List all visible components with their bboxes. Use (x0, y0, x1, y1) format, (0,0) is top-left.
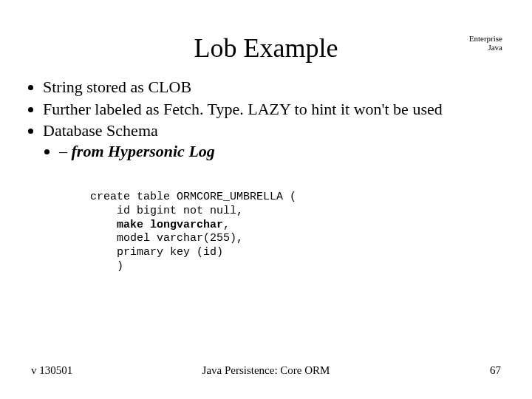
bullet-list: String stored as CLOB Further labeled as… (27, 77, 505, 161)
content-area: String stored as CLOB Further labeled as… (27, 77, 505, 163)
bullet-item: Database Schema from Hypersonic Log (43, 120, 505, 161)
sub-bullet-list: from Hypersonic Log (43, 141, 505, 162)
bullet-item: String stored as CLOB (43, 77, 505, 98)
bullet-text: Database Schema (43, 121, 158, 140)
code-line-bold: make longvarchar (117, 219, 223, 231)
code-line-prefix (90, 219, 117, 231)
code-line: id bigint not null, (90, 205, 243, 217)
code-line: primary key (id) (90, 246, 223, 259)
code-line: model varchar(255), (90, 232, 243, 245)
footer-title: Java Persistence: Core ORM (0, 364, 532, 377)
code-line: create table ORMCORE_UMBRELLA ( (90, 191, 296, 203)
page-number: 67 (490, 364, 501, 377)
code-line: ) (90, 260, 123, 273)
slide-title: Lob Example (0, 33, 532, 64)
code-line-suffix: , (223, 219, 230, 231)
bullet-item: Further labeled as Fetch. Type. LAZY to … (43, 99, 505, 120)
sub-bullet-item: from Hypersonic Log (59, 141, 505, 162)
slide: Lob Example Enterprise Java String store… (0, 0, 532, 399)
course-tag: Enterprise Java (469, 34, 502, 52)
code-block: create table ORMCORE_UMBRELLA ( id bigin… (90, 191, 296, 274)
sub-bullet-text: from Hypersonic Log (72, 142, 215, 160)
tag-line-1: Enterprise (469, 34, 502, 43)
tag-line-2: Java (488, 43, 502, 52)
